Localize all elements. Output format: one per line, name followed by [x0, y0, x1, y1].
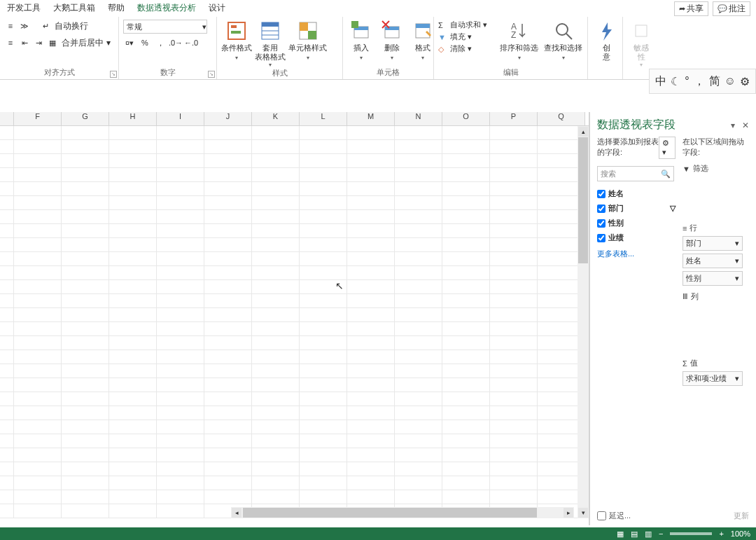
grid-row[interactable]	[0, 154, 589, 168]
dialog-launcher-icon[interactable]: ↘	[110, 71, 117, 78]
grid-row[interactable]	[0, 350, 589, 364]
more-tables-link[interactable]: 更多表格...	[597, 249, 676, 259]
column-header[interactable]: K	[252, 112, 300, 125]
share-button[interactable]: ➦ 共享	[674, 1, 708, 16]
defer-checkbox[interactable]: 延迟...	[597, 511, 631, 521]
zoom-level[interactable]: 100%	[731, 529, 750, 538]
grid-row[interactable]	[0, 308, 589, 322]
vertical-scrollbar[interactable]: ▴ ▾	[578, 126, 589, 518]
indent-increase-icon[interactable]: ⇤	[18, 36, 31, 49]
column-header[interactable]: H	[109, 112, 157, 125]
grid-row[interactable]	[0, 140, 589, 154]
scroll-thumb[interactable]	[243, 508, 537, 518]
grid-row[interactable]	[0, 420, 589, 434]
grid-row[interactable]	[0, 126, 589, 140]
column-header[interactable]: J	[204, 112, 252, 125]
search-input[interactable]: 搜索🔍	[597, 166, 674, 181]
view-normal-icon[interactable]: ▦	[617, 529, 624, 539]
view-page-icon[interactable]: ▤	[631, 529, 638, 539]
autosum-button[interactable]: Σ自动求和 ▾	[438, 20, 494, 30]
filter-icon[interactable]: ▽	[670, 204, 676, 213]
grid-row[interactable]	[0, 378, 589, 392]
menu-item[interactable]: 设计	[209, 2, 225, 14]
field-item[interactable]: 业绩	[597, 233, 676, 243]
align-left-icon[interactable]: ≡	[4, 36, 17, 49]
spreadsheet-grid[interactable]: FGHIJKLMNOPQ ▴ ▾ ◂ ▸	[0, 112, 589, 525]
menu-item[interactable]: 大鹅工具箱	[53, 2, 95, 14]
column-header[interactable]: F	[14, 112, 62, 125]
sort-filter-button[interactable]: AZ 排序和筛选▾	[500, 20, 538, 62]
view-break-icon[interactable]: ▥	[645, 529, 652, 539]
ime-item[interactable]: ☺	[724, 75, 736, 88]
zoom-out-icon[interactable]: −	[659, 529, 663, 538]
zoom-slider[interactable]	[670, 532, 712, 535]
grid-row[interactable]	[0, 266, 589, 280]
grid-row[interactable]	[0, 210, 589, 224]
scroll-thumb[interactable]	[578, 137, 588, 263]
grid-row[interactable]	[0, 336, 589, 350]
grid-row[interactable]	[0, 462, 589, 476]
menu-item-active[interactable]: 数据透视表分析	[137, 2, 196, 14]
format-button[interactable]: 格式▾	[409, 20, 437, 67]
comment-button[interactable]: 💬 批注	[713, 1, 750, 16]
decrease-decimal-icon[interactable]: ←.0	[185, 36, 197, 49]
insert-button[interactable]: 插入▾	[347, 20, 375, 67]
indent-icon[interactable]: ⇥	[32, 36, 45, 49]
dialog-launcher-icon[interactable]: ↘	[208, 71, 215, 78]
grid-row[interactable]	[0, 182, 589, 196]
conditional-format-button[interactable]: 条件格式▾	[221, 20, 252, 68]
fill-button[interactable]: ▼填充 ▾	[438, 32, 494, 42]
column-header[interactable]: M	[347, 112, 395, 125]
scroll-down-icon[interactable]: ▾	[578, 508, 588, 518]
cell-styles-button[interactable]: 单元格样式▾	[288, 20, 327, 68]
grid-row[interactable]	[0, 448, 589, 462]
column-header[interactable]: G	[62, 112, 109, 125]
column-header[interactable]: L	[300, 112, 347, 125]
grid-row[interactable]	[0, 406, 589, 420]
field-item[interactable]: 部门▽	[597, 203, 676, 214]
menu-item[interactable]: 开发工具	[7, 2, 41, 14]
align-top-icon[interactable]: ≡	[4, 20, 17, 32]
find-select-button[interactable]: 查找和选择▾	[544, 20, 582, 62]
grid-rows[interactable]	[0, 126, 589, 518]
scroll-left-icon[interactable]: ◂	[232, 508, 241, 518]
zoom-in-icon[interactable]: +	[719, 529, 723, 538]
close-icon[interactable]: ✕	[742, 120, 749, 130]
ime-item[interactable]: 中	[655, 74, 666, 89]
ime-item[interactable]: ⚙	[740, 75, 750, 88]
number-format-select[interactable]: 常规▾	[123, 20, 207, 34]
panel-settings-button[interactable]: ⚙ ▾	[659, 137, 676, 159]
grid-row[interactable]	[0, 196, 589, 210]
merge-label[interactable]: 合并后居中	[62, 37, 104, 49]
grid-row[interactable]	[0, 280, 589, 294]
row-field[interactable]: 姓名▾	[682, 254, 743, 268]
row-field[interactable]: 性别▾	[682, 271, 743, 286]
comma-icon[interactable]: ，	[154, 36, 167, 49]
column-header[interactable]: Q	[538, 112, 585, 125]
grid-row[interactable]	[0, 224, 589, 238]
grid-row[interactable]	[0, 238, 589, 252]
grid-row[interactable]	[0, 168, 589, 182]
delete-button[interactable]: 删除▾	[378, 20, 406, 67]
indent-decrease-icon[interactable]: ≫	[18, 20, 31, 32]
grid-row[interactable]	[0, 392, 589, 406]
horizontal-scrollbar[interactable]: ◂ ▸	[231, 507, 574, 518]
field-item[interactable]: 姓名	[597, 188, 676, 199]
wrap-text-icon[interactable]: ↵	[39, 20, 52, 32]
field-item[interactable]: 性别	[597, 218, 676, 228]
grid-row[interactable]	[0, 294, 589, 308]
ideas-button[interactable]: 创 意	[592, 20, 620, 62]
scroll-up-icon[interactable]: ▴	[578, 127, 588, 137]
panel-menu-icon[interactable]: ▾	[731, 120, 735, 130]
ime-item[interactable]: °	[685, 75, 689, 88]
column-header[interactable]: N	[395, 112, 442, 125]
column-header[interactable]: O	[442, 112, 490, 125]
grid-row[interactable]	[0, 434, 589, 448]
grid-row[interactable]	[0, 322, 589, 336]
grid-row[interactable]	[0, 490, 589, 504]
wrap-text-label[interactable]: 自动换行	[55, 20, 88, 32]
ime-item[interactable]: 简	[709, 74, 720, 89]
grid-row[interactable]	[0, 476, 589, 490]
row-field[interactable]: 部门▾	[682, 236, 743, 251]
ime-item[interactable]: ☾	[671, 75, 680, 88]
